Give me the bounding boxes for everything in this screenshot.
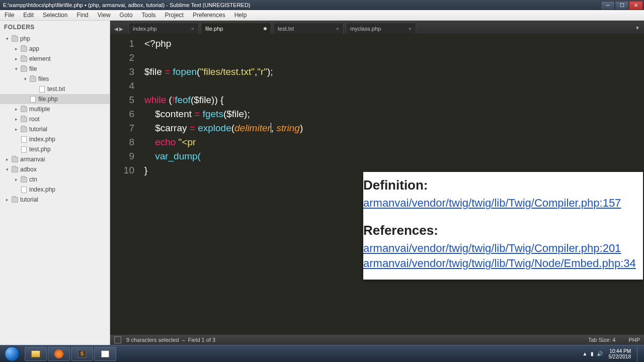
tree-arrow-icon[interactable]: ▾ xyxy=(4,36,10,41)
tree-arrow-icon[interactable]: ▸ xyxy=(13,117,19,122)
code-content[interactable]: <?php $file = fopen("files/test.txt","r"… xyxy=(139,34,644,335)
popup-reference-link[interactable]: armanvai/vendor/twig/twig/lib/Twig/Node/… xyxy=(363,256,636,270)
tree-file[interactable]: test.php xyxy=(0,144,110,154)
menu-edit[interactable]: Edit xyxy=(19,10,38,21)
taskbar-firefox-icon[interactable] xyxy=(48,347,70,361)
menu-help[interactable]: Help xyxy=(230,10,252,21)
minimize-button[interactable]: ─ xyxy=(601,1,615,10)
taskbar-sublime-icon[interactable]: S xyxy=(71,347,93,361)
tree-folder[interactable]: ▾adbox xyxy=(0,164,110,174)
status-field: Field 1 of 3 xyxy=(188,337,215,343)
tree-folder[interactable]: ▾php xyxy=(0,34,110,44)
popup-references-heading: References: xyxy=(363,223,636,237)
editor-tab[interactable]: index.php× xyxy=(128,23,199,34)
tree-arrow-icon[interactable]: ▾ xyxy=(4,167,10,172)
status-syntax[interactable]: PHP xyxy=(628,337,640,343)
tree-item-label: adbox xyxy=(20,166,37,173)
tree-file[interactable]: index.php xyxy=(0,185,110,195)
sidebar: FOLDERS ▾php▸app▸element▾file▾filestest.… xyxy=(0,21,110,345)
tree-item-label: ctn xyxy=(29,176,37,183)
maximize-button[interactable]: ☐ xyxy=(615,1,629,10)
folder-icon xyxy=(11,156,18,163)
file-icon xyxy=(20,186,27,193)
code-area[interactable]: 1 2 3 4 5 6 7 8 9 10 <?php $file = fopen… xyxy=(110,34,644,335)
status-panel-icon[interactable] xyxy=(114,336,121,343)
tree-folder[interactable]: ▸tutorial xyxy=(0,195,110,205)
popup-definition-link[interactable]: armanvai/vendor/twig/twig/lib/Twig/Compi… xyxy=(363,196,636,210)
tray-volume-icon[interactable]: 🔊 xyxy=(597,351,603,356)
sidebar-header: FOLDERS xyxy=(0,21,110,34)
tree-file[interactable]: test.txt xyxy=(0,84,110,94)
tab-nav-forward-icon[interactable]: ▶ xyxy=(119,26,123,32)
menu-tools[interactable]: Tools xyxy=(137,10,160,21)
tree-folder[interactable]: ▸root xyxy=(0,114,110,124)
menu-selection[interactable]: Selection xyxy=(38,10,72,21)
folder-icon xyxy=(11,166,18,173)
menu-preferences[interactable]: Preferences xyxy=(188,10,230,21)
tree-arrow-icon[interactable]: ▸ xyxy=(13,56,19,61)
tree-folder[interactable]: ▸armanvai xyxy=(0,154,110,164)
editor-tab[interactable]: myclass.php× xyxy=(346,23,416,34)
tree-folder[interactable]: ▾files xyxy=(0,74,110,84)
tab-close-icon[interactable]: × xyxy=(191,26,194,32)
tree-arrow-icon[interactable]: ▾ xyxy=(22,76,28,81)
tree-arrow-icon[interactable]: ▸ xyxy=(13,46,19,51)
folder-icon xyxy=(20,45,27,52)
tree-file[interactable]: index.php xyxy=(0,134,110,144)
folder-icon xyxy=(20,126,27,133)
editor-tab[interactable]: test.txt× xyxy=(273,23,344,34)
folder-icon xyxy=(11,196,18,203)
folder-icon xyxy=(29,75,36,82)
start-button[interactable] xyxy=(0,345,24,363)
taskbar-explorer-icon[interactable] xyxy=(25,347,47,361)
tree-item-label: file xyxy=(29,65,37,72)
tree-item-label: files xyxy=(38,75,49,82)
tab-strip: ◀ ▶ index.php×file.phptest.txt×myclass.p… xyxy=(110,21,644,34)
tree-item-label: armanvai xyxy=(20,156,45,163)
folder-icon xyxy=(20,116,27,123)
tab-nav-back-icon[interactable]: ◀ xyxy=(114,26,118,32)
tray-flag-icon[interactable]: ▲ xyxy=(583,351,588,356)
folder-icon xyxy=(11,35,18,42)
tree-item-label: test.php xyxy=(29,146,51,153)
tree-arrow-icon[interactable]: ▸ xyxy=(13,107,19,112)
tree-folder[interactable]: ▸element xyxy=(0,54,110,64)
menu-project[interactable]: Project xyxy=(160,10,188,21)
menu-view[interactable]: View xyxy=(93,10,115,21)
menu-goto[interactable]: Goto xyxy=(115,10,137,21)
tree-arrow-icon[interactable]: ▾ xyxy=(13,66,19,71)
tree-arrow-icon[interactable]: ▸ xyxy=(13,177,19,182)
popup-reference-link[interactable]: armanvai/vendor/twig/twig/lib/Twig/Compi… xyxy=(363,241,636,255)
tab-close-icon[interactable]: × xyxy=(409,26,412,32)
tree-folder[interactable]: ▸tutorial xyxy=(0,124,110,134)
tree-arrow-icon[interactable]: ▸ xyxy=(4,197,10,202)
tree-folder[interactable]: ▸ctn xyxy=(0,174,110,185)
tray-network-icon[interactable]: ▮ xyxy=(591,351,594,356)
tab-label: myclass.php xyxy=(350,26,381,32)
tree-item-label: index.php xyxy=(29,136,55,143)
tab-close-icon[interactable]: × xyxy=(336,26,339,32)
tree-arrow-icon[interactable]: ▸ xyxy=(4,157,10,162)
tree-file[interactable]: file.php xyxy=(0,94,110,104)
system-tray: ▲ ▮ 🔊 10:44 PM 5/22/2018 xyxy=(583,346,644,361)
menu-find[interactable]: Find xyxy=(72,10,93,21)
tree-arrow-icon[interactable]: ▸ xyxy=(13,127,19,132)
menu-file[interactable]: File xyxy=(0,10,19,21)
taskbar-app-icon[interactable] xyxy=(94,347,116,361)
tree-folder[interactable]: ▾file xyxy=(0,64,110,74)
folder-icon xyxy=(20,176,27,183)
close-button[interactable]: ✕ xyxy=(629,1,643,10)
show-desktop-button[interactable] xyxy=(637,346,641,361)
tree-item-label: file.php xyxy=(38,96,58,103)
windows-taskbar: S ▲ ▮ 🔊 10:44 PM 5/22/2018 xyxy=(0,345,644,362)
tree-folder[interactable]: ▸multiple xyxy=(0,104,110,114)
menu-bar: File Edit Selection Find View Goto Tools… xyxy=(0,10,644,21)
status-tab-size[interactable]: Tab Size: 4 xyxy=(588,337,615,343)
tray-clock[interactable]: 10:44 PM 5/22/2018 xyxy=(606,348,634,359)
goto-definition-popup: Definition: armanvai/vendor/twig/twig/li… xyxy=(363,172,643,280)
tree-folder[interactable]: ▸app xyxy=(0,44,110,54)
tab-overflow-icon[interactable]: ▼ xyxy=(635,25,644,34)
tab-label: file.php xyxy=(205,26,223,32)
line-number-gutter: 1 2 3 4 5 6 7 8 9 10 xyxy=(110,34,139,335)
editor-tab[interactable]: file.php xyxy=(201,23,271,34)
